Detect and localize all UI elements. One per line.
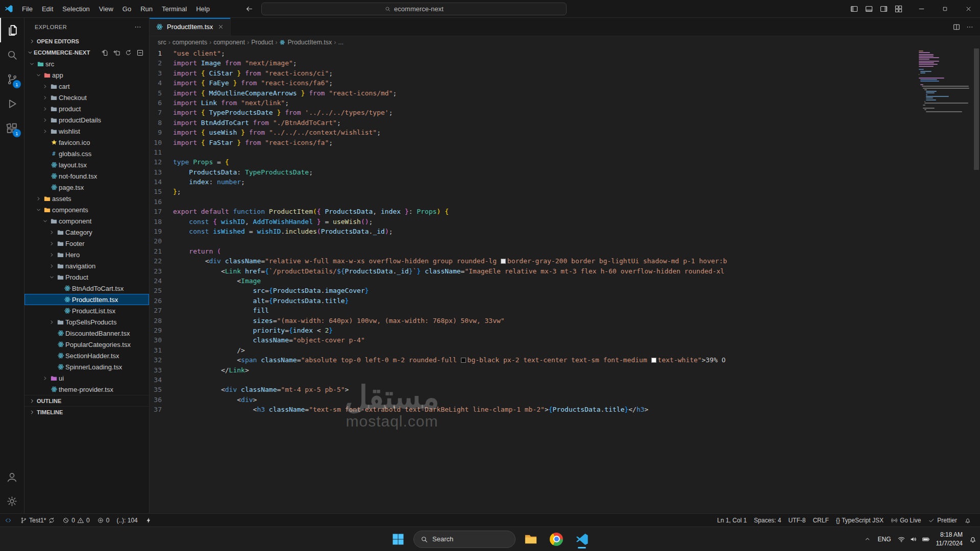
activity-extensions[interactable]: 1 (0, 116, 24, 140)
tree-item-assets[interactable]: assets (24, 193, 149, 204)
tree-item-component[interactable]: component (24, 215, 149, 227)
tree-item-globals.css[interactable]: #globals.css (24, 148, 149, 159)
status-indentation[interactable]: Spaces: 4 (750, 514, 785, 527)
tree-item-app[interactable]: app (24, 69, 149, 81)
menu-go[interactable]: Go (118, 0, 136, 18)
outline-section[interactable]: OUTLINE (24, 395, 149, 406)
taskbar-start[interactable] (388, 529, 408, 549)
ellipsis-editor-button[interactable] (966, 23, 974, 31)
taskbar-file-explorer[interactable] (521, 529, 541, 549)
close-button[interactable] (957, 0, 980, 18)
tree-item-discountedbanner.tsx[interactable]: DiscountedBanner.tsx (24, 328, 149, 339)
breadcrumb-item[interactable]: Product (251, 39, 273, 46)
new-file-button[interactable] (101, 49, 109, 57)
tree-item-sectionhadder.tsx[interactable]: SectionHadder.tsx (24, 350, 149, 361)
activity-settings[interactable] (0, 489, 24, 513)
scrollbar-thumb[interactable] (974, 48, 979, 170)
taskbar-vscode[interactable] (572, 529, 592, 549)
tree-item-components[interactable]: components (24, 204, 149, 215)
tree-item-wishlist[interactable]: wishlist (24, 126, 149, 137)
tree-item-navigation[interactable]: navigation (24, 260, 149, 271)
layout-panel-button[interactable] (863, 3, 875, 15)
tree-item-popularcategories.tsx[interactable]: PopularCategories.tsx (24, 339, 149, 350)
status-zap[interactable] (141, 514, 156, 527)
layout-grid-button[interactable] (893, 3, 904, 15)
activity-source-control[interactable]: 1 (0, 67, 24, 91)
tab-close-button[interactable] (216, 22, 225, 31)
tree-item-productitem.tsx[interactable]: ProductItem.tsx (24, 294, 149, 305)
tree-item-not-found.tsx[interactable]: not-found.tsx (24, 170, 149, 182)
status-go-live[interactable]: Go Live (887, 514, 924, 527)
activity-account[interactable] (0, 464, 24, 489)
tray-status-icons[interactable] (897, 535, 930, 543)
breadcrumb-item[interactable]: components (173, 39, 207, 46)
breadcrumb-item[interactable]: component (213, 39, 245, 46)
tab-productitem-tsx[interactable]: ProductItem.tsx (150, 18, 231, 36)
status-eol[interactable]: CRLF (809, 514, 832, 527)
tree-item-page.tsx[interactable]: page.tsx (24, 182, 149, 193)
tree-item-checkout[interactable]: Checkout (24, 92, 149, 103)
layout-sidebar-button[interactable] (848, 3, 860, 15)
editor-scrollbar[interactable] (973, 48, 980, 513)
tree-item-category[interactable]: Category (24, 227, 149, 238)
menu-run[interactable]: Run (136, 0, 157, 18)
status-counter[interactable]: (..): 104 (113, 514, 141, 527)
tree-item-topsellsproducts[interactable]: TopSellsProducts (24, 316, 149, 328)
notification-center-button[interactable] (969, 535, 977, 543)
maximize-button[interactable] (933, 0, 957, 18)
tray-overflow-button[interactable] (864, 535, 871, 543)
breadcrumb-item[interactable]: ... (338, 39, 343, 46)
tree-item-product[interactable]: Product (24, 271, 149, 283)
tree-item-src[interactable]: src (24, 58, 149, 69)
refresh-button[interactable] (125, 49, 132, 57)
status-git-branch[interactable]: Test1* (16, 514, 59, 527)
new-folder-button[interactable] (113, 49, 120, 57)
tree-item-footer[interactable]: Footer (24, 238, 149, 249)
activity-run-debug[interactable] (0, 91, 24, 116)
tree-item-productdetails[interactable]: productDetails (24, 114, 149, 126)
tree-item-cart[interactable]: cart (24, 81, 149, 92)
status-cursor-position[interactable]: Ln 1, Col 1 (714, 514, 750, 527)
breadcrumb-item[interactable]: ProductItem.tsx (279, 39, 332, 46)
open-editors-section[interactable]: OPEN EDITORS (24, 36, 149, 47)
tree-item-btnaddtocart.tsx[interactable]: BtnAddToCart.tsx (24, 283, 149, 294)
activity-explorer[interactable] (0, 18, 24, 42)
status-remote-indicator[interactable] (0, 514, 16, 527)
tree-item-hero[interactable]: Hero (24, 249, 149, 260)
menu-help[interactable]: Help (191, 0, 214, 18)
status-language-mode[interactable]: {} TypeScript JSX (832, 514, 887, 527)
input-language[interactable]: ENG (877, 536, 891, 543)
menu-selection[interactable]: Selection (58, 0, 94, 18)
tree-item-product[interactable]: product (24, 103, 149, 114)
menu-file[interactable]: File (17, 0, 37, 18)
tree-item-theme-provider.tsx[interactable]: theme-provider.tsx (24, 384, 149, 395)
taskbar-chrome[interactable] (546, 529, 567, 549)
menu-terminal[interactable]: Terminal (157, 0, 191, 18)
menu-view[interactable]: View (94, 0, 118, 18)
tree-item-ui[interactable]: ui (24, 372, 149, 384)
status-encoding[interactable]: UTF-8 (785, 514, 809, 527)
project-root[interactable]: ECOMMERCE-NEXT (24, 47, 149, 58)
layout-right-button[interactable] (878, 3, 890, 15)
tree-item-spinnerloading.tsx[interactable]: SpinnerLoading.tsx (24, 361, 149, 372)
explorer-more-button[interactable] (134, 23, 142, 31)
minimize-button[interactable] (910, 0, 933, 18)
split-editor-button[interactable] (952, 23, 961, 31)
collapse-all-button[interactable] (136, 49, 144, 57)
back-button[interactable] (245, 5, 254, 13)
activity-search[interactable] (0, 42, 24, 67)
minimap[interactable] (919, 51, 972, 113)
status-ports[interactable]: 0 (93, 514, 113, 527)
breadcrumb-item[interactable]: src (158, 39, 166, 46)
taskbar-search[interactable]: Search (413, 531, 516, 548)
status-notifications[interactable] (961, 514, 975, 527)
tree-item-layout.tsx[interactable]: layout.tsx (24, 159, 149, 170)
tree-item-productlist.tsx[interactable]: ProductList.tsx (24, 305, 149, 316)
menu-edit[interactable]: Edit (37, 0, 58, 18)
command-center[interactable]: ecommerce-next (261, 3, 567, 15)
status-problems[interactable]: 00 (59, 514, 93, 527)
tree-item-favicon.ico[interactable]: favicon.ico (24, 137, 149, 148)
taskbar-clock[interactable]: 8:18 AM 11/7/2024 (936, 531, 963, 547)
code-editor[interactable]: 1"use client";2import Image from "next/i… (150, 48, 980, 513)
status-prettier[interactable]: Prettier (924, 514, 961, 527)
